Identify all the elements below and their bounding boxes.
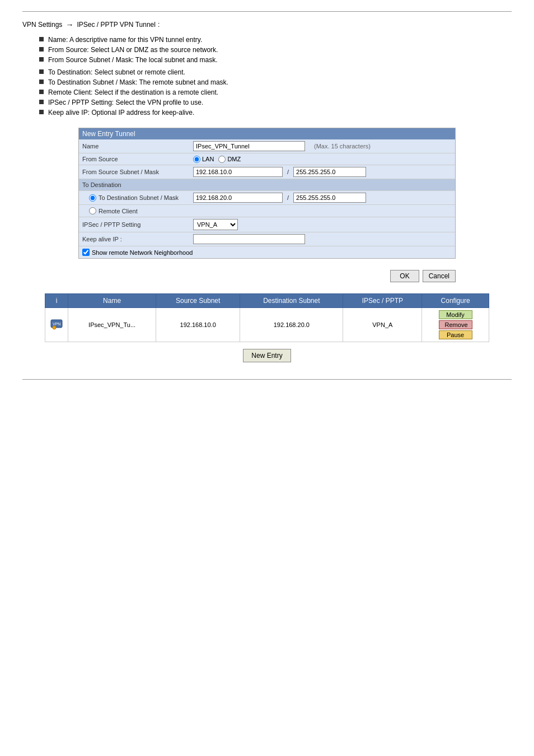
- dest-subnet-value: /: [191, 191, 455, 204]
- form-row-ipsec: IPSec / PPTP Setting VPN_A VPN_B VPN_C: [79, 217, 455, 232]
- arrow-icon: →: [65, 20, 73, 29]
- ipsec-select[interactable]: VPN_A VPN_B VPN_C: [193, 219, 238, 230]
- slash-sep-1: /: [287, 169, 289, 175]
- bullet-icon: [39, 90, 44, 94]
- form-row-dest-subnet: To Destination Subnet / Mask /: [79, 191, 455, 205]
- row-source-subnet: 192.168.10.0: [156, 308, 240, 342]
- bullet-item: Remote Client: Select if the destination…: [39, 88, 512, 96]
- bullet-item: From Source Subnet / Mask: The local sub…: [39, 56, 512, 64]
- dest-subnet-radio[interactable]: [89, 194, 96, 202]
- bottom-divider: [22, 379, 512, 380]
- name-label: Name: [79, 141, 191, 152]
- ipsec-value: VPN_A VPN_B VPN_C: [191, 217, 455, 232]
- bullet-item: To Destination Subnet / Mask: The remote…: [39, 78, 512, 86]
- top-divider: [22, 11, 512, 12]
- col-name: Name: [68, 294, 156, 308]
- row-dest-subnet: 192.168.20.0: [240, 308, 343, 342]
- lan-radio-label[interactable]: LAN: [193, 156, 214, 163]
- form-row-from-source: From Source LAN DMZ: [79, 153, 455, 165]
- show-network-checkbox[interactable]: [82, 249, 90, 256]
- cancel-button[interactable]: Cancel: [423, 270, 456, 282]
- bullet-list-1: Name: A descriptive name for this VPN tu…: [39, 36, 512, 64]
- row-icon-cell: VPN: [45, 308, 68, 342]
- dest-subnet-input[interactable]: [193, 193, 283, 203]
- show-network-label: Show remote Network Neighborhood: [92, 249, 193, 256]
- form-buttons: OK Cancel: [78, 270, 456, 282]
- svg-point-1: [53, 326, 56, 329]
- from-source-label: From Source: [79, 153, 191, 165]
- bullet-item: To Destination: Select subnet or remote …: [39, 68, 512, 76]
- form-row-show-network: Show remote Network Neighborhood: [79, 246, 455, 258]
- new-entry-row: New Entry: [22, 349, 512, 362]
- colon-sep: :: [158, 21, 160, 29]
- table-row: VPN IPsec_VPN_Tu... 192.168.10.0 192.168…: [45, 308, 489, 342]
- bullet-icon: [39, 37, 44, 41]
- vpn-table-container: i Name Source Subnet Destination Subnet …: [45, 293, 489, 342]
- to-dest-label: To Destination: [79, 179, 191, 190]
- new-entry-form: New Entry Tunnel Name (Max. 15 character…: [78, 128, 456, 259]
- form-title: New Entry Tunnel: [79, 128, 455, 139]
- form-row-to-dest-header: To Destination: [79, 179, 455, 191]
- dmz-radio[interactable]: [218, 156, 226, 163]
- ok-button[interactable]: OK: [390, 270, 419, 282]
- source-mask-input[interactable]: [293, 167, 366, 177]
- to-dest-value: [191, 183, 455, 186]
- bullet-icon: [39, 100, 44, 104]
- breadcrumb-sub: IPSec / PPTP VPN Tunnel: [77, 21, 156, 29]
- bullet-icon: [39, 80, 44, 84]
- keepalive-label: Keep alive IP :: [79, 234, 191, 245]
- bullet-item: From Source: Select LAN or DMZ as the so…: [39, 46, 512, 54]
- breadcrumb: VPN Settings → IPSec / PPTP VPN Tunnel :: [22, 20, 512, 29]
- source-subnet-input[interactable]: [193, 167, 283, 177]
- svg-text:VPN: VPN: [53, 322, 60, 326]
- col-source: Source Subnet: [156, 294, 240, 308]
- vpn-row-icon: VPN: [50, 319, 63, 330]
- name-value-cell: (Max. 15 characters): [191, 139, 455, 153]
- bullet-list-2: To Destination: Select subnet or remote …: [39, 68, 512, 116]
- dest-mask-input[interactable]: [293, 193, 366, 203]
- bullet-icon: [39, 47, 44, 52]
- max-chars-hint: (Max. 15 characters): [314, 143, 371, 150]
- table-header-row: i Name Source Subnet Destination Subnet …: [45, 294, 489, 308]
- vpn-table: i Name Source Subnet Destination Subnet …: [45, 293, 489, 342]
- slash-sep-2: /: [287, 194, 289, 201]
- modify-button[interactable]: Modify: [439, 310, 472, 319]
- source-subnet-label: From Source Subnet / Mask: [79, 166, 191, 178]
- form-row-source-subnet: From Source Subnet / Mask /: [79, 165, 455, 179]
- breadcrumb-text: VPN Settings: [22, 21, 62, 29]
- bullet-icon: [39, 69, 44, 74]
- col-ipsec: IPSec / PPTP: [343, 294, 422, 308]
- ipsec-label: IPSec / PPTP Setting: [79, 219, 191, 230]
- keepalive-value: [191, 232, 455, 246]
- from-source-value: LAN DMZ: [191, 154, 455, 165]
- remote-client-radio[interactable]: [89, 207, 96, 214]
- col-dest: Destination Subnet: [240, 294, 343, 308]
- form-row-name: Name (Max. 15 characters): [79, 139, 455, 153]
- form-row-remote-client: Remote Client: [79, 205, 455, 217]
- name-input[interactable]: [193, 141, 305, 151]
- lan-radio[interactable]: [193, 156, 200, 163]
- pause-button[interactable]: Pause: [439, 330, 472, 339]
- bullet-item: Name: A descriptive name for this VPN tu…: [39, 36, 512, 44]
- remote-client-value: [191, 209, 455, 213]
- dmz-radio-label[interactable]: DMZ: [218, 156, 241, 163]
- source-subnet-value: /: [191, 165, 455, 179]
- bullet-icon: [39, 110, 44, 114]
- bullet-item: Keep alive IP: Optional IP address for k…: [39, 109, 512, 116]
- col-i: i: [45, 294, 68, 308]
- row-ipsec-pptp: VPN_A: [343, 308, 422, 342]
- dest-subnet-label: To Destination Subnet / Mask: [99, 194, 179, 201]
- form-row-keepalive: Keep alive IP :: [79, 232, 455, 246]
- col-configure: Configure: [422, 294, 489, 308]
- remote-client-label: Remote Client: [99, 208, 138, 214]
- configure-buttons: Modify Remove Pause: [427, 310, 484, 339]
- row-name: IPsec_VPN_Tu...: [68, 308, 156, 342]
- bullet-item: IPSec / PPTP Setting: Select the VPN pro…: [39, 99, 512, 106]
- new-entry-button[interactable]: New Entry: [243, 349, 291, 362]
- bullet-icon: [39, 57, 44, 62]
- row-configure: Modify Remove Pause: [422, 308, 489, 342]
- remove-button[interactable]: Remove: [439, 320, 472, 329]
- keepalive-input[interactable]: [193, 234, 305, 244]
